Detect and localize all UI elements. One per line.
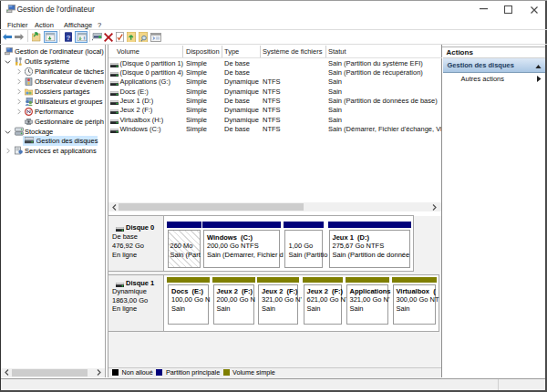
svg-text:?: ?	[66, 33, 70, 41]
